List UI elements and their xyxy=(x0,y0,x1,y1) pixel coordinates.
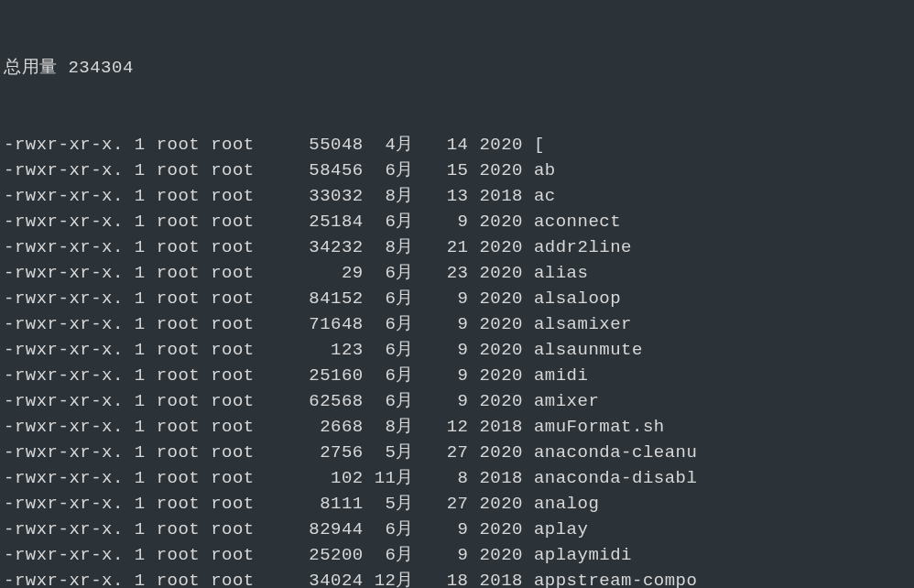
file-row: -rwxr-xr-x. 1 root root 62568 6月 9 2020 … xyxy=(4,388,914,414)
file-row: -rwxr-xr-x. 1 root root 2756 5月 27 2020 … xyxy=(4,440,914,465)
file-row: -rwxr-xr-x. 1 root root 71648 6月 9 2020 … xyxy=(4,311,914,337)
file-row: -rwxr-xr-x. 1 root root 25200 6月 9 2020 … xyxy=(4,542,914,568)
file-row: -rwxr-xr-x. 1 root root 29 6月 23 2020 al… xyxy=(4,260,914,286)
total-usage-line: 总用量 234304 xyxy=(4,55,914,81)
file-row: -rwxr-xr-x. 1 root root 58456 6月 15 2020… xyxy=(4,158,914,183)
file-row: -rwxr-xr-x. 1 root root 34024 12月 18 201… xyxy=(4,568,914,588)
file-listing: -rwxr-xr-x. 1 root root 55048 4月 14 2020… xyxy=(4,132,914,588)
file-row: -rwxr-xr-x. 1 root root 102 11月 8 2018 a… xyxy=(4,465,914,491)
file-row: -rwxr-xr-x. 1 root root 123 6月 9 2020 al… xyxy=(4,337,914,363)
file-row: -rwxr-xr-x. 1 root root 82944 6月 9 2020 … xyxy=(4,517,914,542)
file-row: -rwxr-xr-x. 1 root root 2668 8月 12 2018 … xyxy=(4,414,914,440)
file-row: -rwxr-xr-x. 1 root root 34232 8月 21 2020… xyxy=(4,234,914,260)
file-row: -rwxr-xr-x. 1 root root 55048 4月 14 2020… xyxy=(4,132,914,158)
file-row: -rwxr-xr-x. 1 root root 25184 6月 9 2020 … xyxy=(4,209,914,234)
file-row: -rwxr-xr-x. 1 root root 25160 6月 9 2020 … xyxy=(4,363,914,388)
file-row: -rwxr-xr-x. 1 root root 33032 8月 13 2018… xyxy=(4,183,914,209)
file-row: -rwxr-xr-x. 1 root root 84152 6月 9 2020 … xyxy=(4,286,914,311)
terminal-output: 总用量 234304 -rwxr-xr-x. 1 root root 55048… xyxy=(4,4,914,588)
file-row: -rwxr-xr-x. 1 root root 8111 5月 27 2020 … xyxy=(4,491,914,517)
